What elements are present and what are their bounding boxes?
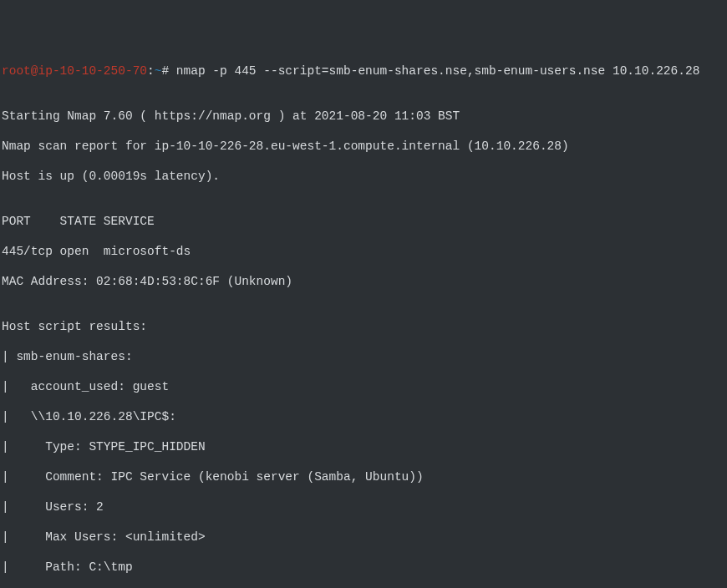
output-line: | Users: 2 — [2, 499, 725, 514]
output-line: | smb-enum-shares: — [2, 349, 725, 364]
output-line: Host is up (0.00019s latency). — [2, 169, 725, 184]
prompt-line[interactable]: root@ip-10-10-250-70:~# nmap -p 445 --sc… — [2, 63, 725, 79]
output-line: Host script results: — [2, 319, 725, 334]
command-text: nmap -p 445 --script=smb-enum-shares.nse… — [176, 64, 700, 78]
output-line: Nmap scan report for ip-10-10-226-28.eu-… — [2, 139, 725, 154]
output-line: 445/tcp open microsoft-ds — [2, 244, 725, 259]
prompt-user: root@ip-10-10-250-70 — [2, 64, 147, 78]
prompt-hash: # — [161, 64, 169, 78]
output-line: | Type: STYPE_IPC_HIDDEN — [2, 439, 725, 454]
output-line: PORT STATE SERVICE — [2, 214, 725, 229]
output-line: | account_used: guest — [2, 379, 725, 394]
output-line: | \\10.10.226.28\IPC$: — [2, 409, 725, 424]
output-line: Starting Nmap 7.60 ( https://nmap.org ) … — [2, 109, 725, 124]
output-line: | Comment: IPC Service (kenobi server (S… — [2, 469, 725, 484]
prompt-separator: : — [147, 64, 155, 78]
output-line: | Max Users: <unlimited> — [2, 530, 725, 545]
output-line: | Path: C:\tmp — [2, 560, 725, 575]
output-line: MAC Address: 02:68:4D:53:8C:6F (Unknown) — [2, 274, 725, 289]
